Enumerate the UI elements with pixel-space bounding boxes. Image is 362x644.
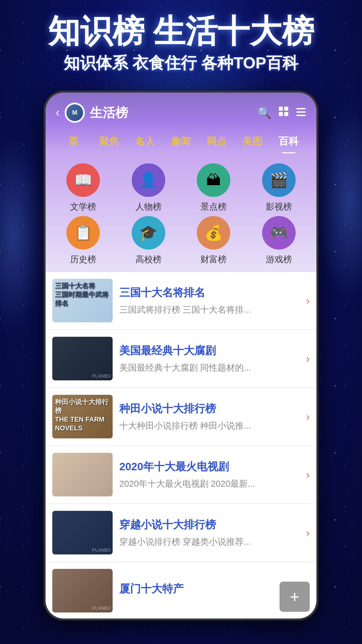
list-thumbnail-5: PLANB©: [52, 569, 113, 612]
list-thumbnail-3: [52, 453, 113, 496]
svg-rect-6: [296, 115, 306, 116]
back-button[interactable]: ‹: [56, 106, 60, 120]
svg-rect-4: [296, 108, 306, 109]
category-label-3: 影视榜: [266, 201, 292, 213]
list-item[interactable]: PLANB©美国最经典十大腐剧美国最经典十大腐剧 同性题材的...›: [46, 330, 316, 387]
app-header: ‹ M 生活榜 🔍: [46, 93, 316, 153]
list-desc-1: 美国最经典十大腐剧 同性题材的...: [119, 362, 296, 374]
category-icon-7: 🎮: [262, 216, 296, 250]
list-title-3: 2020年十大最火电视剧: [119, 460, 296, 474]
header-title: 生活榜: [90, 104, 128, 121]
svg-rect-5: [296, 111, 306, 113]
tab-piao[interactable]: 票: [56, 129, 92, 153]
category-label-2: 景点榜: [200, 201, 227, 213]
grid-view-icon[interactable]: [278, 106, 289, 119]
svg-rect-1: [284, 107, 288, 111]
list-item[interactable]: PLANB©穿越小说十大排行榜穿越小说排行榜 穿越类小说推荐...›: [46, 504, 316, 561]
header-top: ‹ M 生活榜 🔍: [56, 103, 306, 123]
header-right: 🔍: [257, 106, 306, 119]
list-arrow-3: ›: [306, 469, 310, 481]
header-left: ‹ M 生活榜: [56, 103, 128, 123]
category-item-5[interactable]: 🎓高校榜: [118, 216, 180, 265]
bg-glow-left: [0, 134, 47, 335]
list-content-3: 2020年十大最火电视剧2020年十大最火电视剧 2020最新...: [119, 460, 310, 490]
list-title-1: 美国最经典十大腐剧: [119, 343, 296, 358]
list-title-5: 厦门十大特产: [119, 582, 296, 596]
svg-rect-2: [279, 112, 283, 116]
category-icon-5: 🎓: [132, 216, 165, 250]
phone-frame: ‹ M 生活榜 🔍: [44, 91, 318, 621]
category-label-1: 人物榜: [135, 201, 162, 213]
list-arrow-1: ›: [306, 353, 310, 365]
logo-text: M: [72, 109, 77, 116]
list-content-0: 三国十大名将排名三国武将排行榜 三国十大名将排...: [119, 285, 310, 316]
category-icon-1: 👤: [132, 163, 165, 197]
fab-button[interactable]: +: [280, 582, 310, 612]
list-arrow-2: ›: [306, 411, 310, 423]
category-item-7[interactable]: 🎮游戏榜: [248, 216, 310, 265]
list-item[interactable]: 三国十大名将 三国时期最牛武将排名三国十大名将排名三国武将排行榜 三国十大名将排…: [46, 272, 316, 329]
tab-meitu[interactable]: 美图: [235, 129, 270, 153]
phone-screen: ‹ M 生活榜 🔍: [46, 93, 316, 619]
list-title-0: 三国十大名将排名: [119, 285, 296, 300]
category-icon-6: 💰: [197, 216, 230, 250]
tab-quwen[interactable]: 趣闻: [163, 129, 199, 153]
hero-title: 知识榜 生活十大榜: [0, 13, 362, 49]
list-content-4: 穿越小说十大排行榜穿越小说排行榜 穿越类小说推荐...: [119, 518, 310, 548]
list-item[interactable]: 2020年十大最火电视剧2020年十大最火电视剧 2020最新...›: [46, 446, 316, 503]
hero-subtitle: 知识体系 衣食住行 各种TOP百科: [0, 52, 362, 74]
category-item-4[interactable]: 📋历史榜: [52, 216, 114, 265]
category-label-5: 高校榜: [135, 254, 162, 265]
svg-rect-0: [279, 107, 283, 111]
category-label-6: 财富榜: [200, 254, 227, 265]
logo-inner: M: [66, 104, 83, 121]
list-content-1: 美国最经典十大腐剧美国最经典十大腐剧 同性题材的...: [119, 343, 310, 374]
list-desc-0: 三国武将排行榜 三国十大名将排...: [119, 304, 296, 316]
list-thumbnail-4: PLANB©: [52, 511, 113, 554]
tabs-row: 票 聚焦 名人 趣闻 网点 美图 百科: [56, 129, 306, 153]
list-desc-4: 穿越小说排行榜 穿越类小说推荐...: [119, 536, 296, 548]
list-item[interactable]: 种田小说十大排行榜 THE TEN FARM NOVELS种田小说十大排行榜十大…: [46, 388, 316, 445]
list-arrow-4: ›: [306, 527, 310, 539]
list-arrow-0: ›: [306, 294, 310, 307]
category-label-0: 文学榜: [70, 201, 96, 213]
category-icon-2: 🏔: [197, 163, 230, 197]
category-grid: 📖文学榜👤人物榜🏔景点榜🎬影视榜📋历史榜🎓高校榜💰财富榜🎮游戏榜: [46, 153, 316, 272]
category-item-1[interactable]: 👤人物榜: [118, 163, 180, 213]
list-thumbnail-2: 种田小说十大排行榜 THE TEN FARM NOVELS: [52, 395, 113, 438]
category-item-2[interactable]: 🏔景点榜: [183, 163, 245, 213]
category-icon-0: 📖: [66, 163, 100, 197]
category-label-7: 游戏榜: [266, 254, 292, 265]
hero-section: 知识榜 生活十大榜 知识体系 衣食住行 各种TOP百科: [0, 13, 362, 74]
list-title-4: 穿越小说十大排行榜: [119, 518, 296, 532]
list-item[interactable]: PLANB©厦门十大特产›: [46, 562, 316, 619]
list-content-2: 种田小说十大排行榜十大种田小说排行榜 种田小说推...: [119, 401, 310, 432]
tab-mingren[interactable]: 名人: [127, 129, 163, 153]
list-view-icon[interactable]: [296, 106, 306, 119]
tab-jujiao[interactable]: 聚焦: [92, 129, 127, 153]
list-area[interactable]: 三国十大名将 三国时期最牛武将排名三国十大名将排名三国武将排行榜 三国十大名将排…: [46, 272, 316, 619]
app-logo: M: [65, 103, 85, 123]
category-icon-3: 🎬: [262, 163, 296, 197]
category-item-0[interactable]: 📖文学榜: [52, 163, 114, 213]
category-item-6[interactable]: 💰财富榜: [183, 216, 245, 265]
tab-baike[interactable]: 百科: [270, 129, 306, 153]
category-label-4: 历史榜: [70, 254, 96, 265]
search-icon[interactable]: 🔍: [257, 106, 272, 119]
list-thumbnail-1: PLANB©: [52, 337, 113, 380]
list-title-2: 种田小说十大排行榜: [119, 401, 296, 416]
tab-wangdian[interactable]: 网点: [199, 129, 235, 153]
list-thumbnail-0: 三国十大名将 三国时期最牛武将排名: [52, 279, 113, 322]
list-desc-3: 2020年十大最火电视剧 2020最新...: [119, 478, 296, 490]
category-item-3[interactable]: 🎬影视榜: [248, 163, 310, 213]
category-icon-4: 📋: [66, 216, 100, 250]
list-desc-2: 十大种田小说排行榜 种田小说推...: [119, 420, 296, 432]
bg-glow-right: [315, 101, 362, 302]
svg-rect-3: [284, 112, 288, 116]
